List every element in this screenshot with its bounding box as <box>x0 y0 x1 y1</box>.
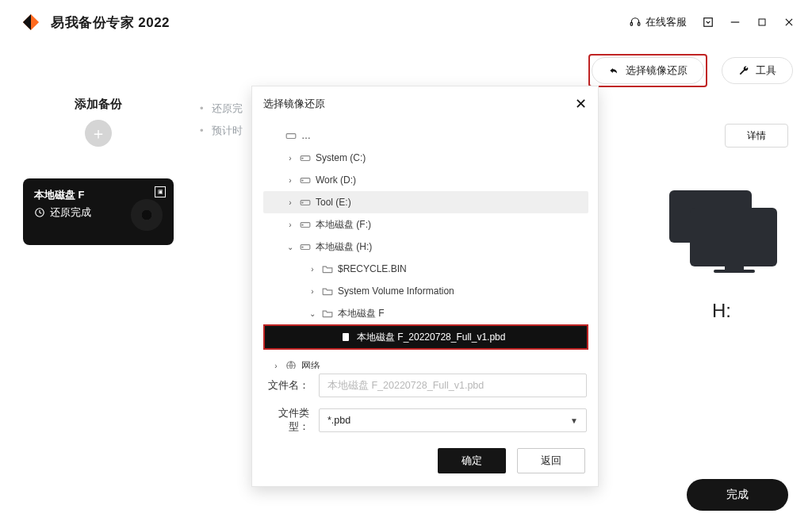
svg-marker-1 <box>23 14 31 30</box>
tools-button[interactable]: 工具 <box>722 57 793 84</box>
top-toolbar: 选择镜像还原 工具 <box>0 44 812 87</box>
highlight-select-image-restore: 选择镜像还原 <box>588 54 707 87</box>
plan-info: 预计时 <box>200 124 243 138</box>
tree-row-network[interactable]: › 网络 <box>263 354 588 369</box>
minimize-icon[interactable] <box>730 17 741 28</box>
select-image-dialog: 选择镜像还原 ✕ … › System (C:) › Work (D:) › T… <box>251 86 599 487</box>
filetype-label: 文件类型： <box>263 407 309 434</box>
monitors-graphic <box>666 184 777 271</box>
tree-row-local-f-folder[interactable]: ⌄ 本地磁盘 F <box>263 302 588 324</box>
add-backup-label: 添加备份 <box>75 97 122 112</box>
file-tree: … › System (C:) › Work (D:) › Tool (E:) … <box>252 121 598 369</box>
app-title: 易我备份专家 2022 <box>51 13 170 32</box>
tools-label: 工具 <box>756 63 776 78</box>
select-image-restore-button[interactable]: 选择镜像还原 <box>592 57 704 84</box>
chevron-right-icon[interactable]: › <box>271 362 281 370</box>
restore-info: 还原完 <box>200 102 243 116</box>
dropdown-icon[interactable] <box>703 17 714 28</box>
dialog-title: 选择镜像还原 <box>263 97 325 111</box>
dialog-titlebar: 选择镜像还原 ✕ <box>252 86 598 121</box>
backup-card[interactable]: 本地磁盘 F 还原完成 ▣ <box>23 178 174 245</box>
svg-rect-3 <box>638 23 640 25</box>
folder-icon <box>322 264 333 274</box>
svg-rect-2 <box>630 23 632 25</box>
close-icon[interactable] <box>783 17 795 28</box>
svg-rect-10 <box>286 134 296 139</box>
disk-icon <box>131 199 163 231</box>
mid-info: 还原完 预计时 <box>200 102 243 322</box>
tree-row-sysvol[interactable]: › System Volume Information <box>263 280 588 302</box>
chevron-down-icon: ▼ <box>570 416 578 425</box>
highlight-selected-file: 本地磁盘 F_20220728_Full_v1.pbd <box>263 324 588 350</box>
filename-row: 文件名： 本地磁盘 F_20220728_Full_v1.pbd <box>252 369 598 402</box>
add-backup-button[interactable]: ＋ <box>85 120 112 147</box>
chevron-right-icon[interactable]: › <box>285 198 295 207</box>
svg-point-12 <box>302 158 303 159</box>
filename-placeholder: 本地磁盘 F_20220728_Full_v1.pbd <box>327 379 484 393</box>
target-drive-letter: H: <box>712 300 731 322</box>
finish-button[interactable]: 完成 <box>687 479 788 511</box>
tree-row-system-c[interactable]: › System (C:) <box>263 147 588 169</box>
tree-row-work-d[interactable]: › Work (D:) <box>263 169 588 191</box>
svg-rect-6 <box>759 19 765 25</box>
select-image-restore-label: 选择镜像还原 <box>626 63 688 78</box>
tree-row-tool-e[interactable]: › Tool (E:) <box>263 191 588 213</box>
svg-point-14 <box>302 180 303 181</box>
tree-row-local-f[interactable]: › 本地磁盘 (F:) <box>263 213 588 236</box>
clock-icon <box>34 207 45 218</box>
selected-file-name: 本地磁盘 F_20220728_Full_v1.pbd <box>357 331 505 344</box>
svg-rect-21 <box>343 333 349 341</box>
wrench-icon <box>738 65 749 76</box>
svg-point-16 <box>302 202 303 203</box>
headset-icon <box>630 17 641 28</box>
chevron-down-icon[interactable]: ⌄ <box>308 309 317 318</box>
card-corner-icon[interactable]: ▣ <box>155 186 166 197</box>
svg-rect-4 <box>704 18 713 27</box>
filetype-value: *.pbd <box>327 415 350 426</box>
filetype-select[interactable]: *.pbd ▼ <box>319 408 587 432</box>
tree-row-recycle[interactable]: › $RECYCLE.BIN <box>263 258 588 280</box>
app-logo <box>22 13 40 31</box>
filetype-row: 文件类型： *.pbd ▼ <box>252 402 598 439</box>
folder-icon <box>322 286 333 296</box>
tree-row-selected-file[interactable]: 本地磁盘 F_20220728_Full_v1.pbd <box>265 326 587 348</box>
drive-icon <box>300 153 311 163</box>
filename-label: 文件名： <box>263 379 309 393</box>
svg-point-20 <box>302 247 303 247</box>
maximize-icon[interactable] <box>756 17 768 28</box>
online-support-label: 在线客服 <box>645 15 687 29</box>
reply-arrow-icon <box>608 65 619 76</box>
filename-input[interactable]: 本地磁盘 F_20220728_Full_v1.pbd <box>319 374 587 397</box>
chevron-right-icon[interactable]: › <box>308 287 317 296</box>
drive-icon <box>300 220 311 229</box>
drive-icon <box>285 131 297 140</box>
chevron-right-icon[interactable]: › <box>285 154 295 163</box>
backup-card-status-text: 还原完成 <box>50 205 91 220</box>
svg-point-18 <box>302 224 303 225</box>
back-button[interactable]: 返回 <box>517 448 585 473</box>
online-support-button[interactable]: 在线客服 <box>630 15 687 29</box>
globe-icon <box>285 360 297 369</box>
dialog-close-button[interactable]: ✕ <box>575 97 587 111</box>
drive-icon <box>300 175 311 185</box>
dialog-buttons: 确定 返回 <box>252 439 598 486</box>
drive-icon <box>300 242 311 251</box>
chevron-right-icon[interactable]: › <box>308 265 317 274</box>
folder-icon <box>322 308 333 318</box>
right-column: H: <box>666 97 793 322</box>
tree-row-truncated: … <box>263 125 588 147</box>
chevron-right-icon[interactable]: › <box>285 176 295 185</box>
plus-icon: ＋ <box>90 123 106 144</box>
ok-button[interactable]: 确定 <box>438 448 506 473</box>
chevron-down-icon[interactable]: ⌄ <box>285 243 295 251</box>
titlebar: 易我备份专家 2022 在线客服 <box>0 0 812 44</box>
file-icon <box>341 332 350 342</box>
chevron-right-icon[interactable]: › <box>285 220 295 229</box>
drive-icon <box>300 197 311 207</box>
svg-point-22 <box>287 362 296 369</box>
tree-row-local-h[interactable]: ⌄ 本地磁盘 (H:) <box>263 236 588 258</box>
